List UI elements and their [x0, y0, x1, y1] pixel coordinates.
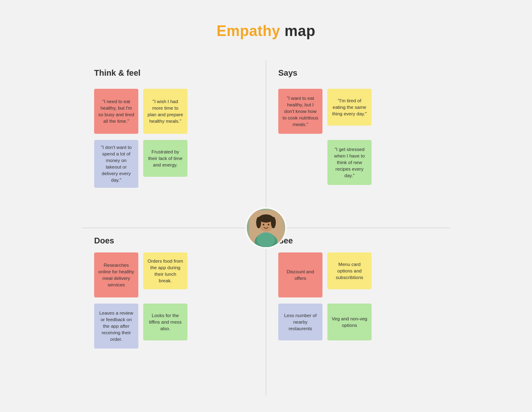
- svg-point-7: [263, 224, 264, 225]
- label-says: Says: [278, 68, 298, 78]
- card-do-1: Researches online for healthy meal deliv…: [94, 252, 138, 297]
- card-se-2: Menu card options and subscribtions: [327, 252, 372, 289]
- card-tf-2: "I wish I had more time to plan and prep…: [143, 89, 187, 134]
- card-sa-3: "I get stressed when I have to think of …: [327, 140, 372, 185]
- label-does: Does: [94, 236, 114, 245]
- empathy-map: Think & feel Says Does See "I need to ea…: [82, 60, 450, 396]
- card-sa-1: "I want to eat healthy, but I don't know…: [278, 89, 322, 134]
- card-se-3: Less number of nearby restaurents: [278, 304, 322, 340]
- avatar: [246, 207, 286, 248]
- card-tf-1: "I need to eat healthy, but I'm so busy …: [94, 89, 138, 134]
- page-title: Empathy map: [216, 23, 316, 40]
- card-tf-3: "I don't want to spend a lot of money on…: [94, 140, 138, 188]
- label-think-feel: Think & feel: [94, 68, 140, 78]
- card-se-4: Veg and non-veg options: [327, 304, 372, 340]
- card-do-2: Orders food from the app during their lu…: [143, 252, 187, 289]
- card-do-4: Looks for the tiffins and mess also.: [143, 304, 187, 340]
- card-sa-2: "I'm tired of eating the same thing ever…: [327, 89, 372, 126]
- card-do-3: Leaves a review or feedback on the app a…: [94, 304, 138, 349]
- card-tf-4: Frustrated by their lack of time and ene…: [143, 140, 187, 177]
- svg-point-6: [271, 217, 276, 228]
- svg-point-8: [268, 224, 269, 225]
- card-se-1: Discount and offers: [278, 252, 322, 297]
- svg-point-5: [256, 217, 261, 228]
- svg-point-2: [257, 232, 275, 247]
